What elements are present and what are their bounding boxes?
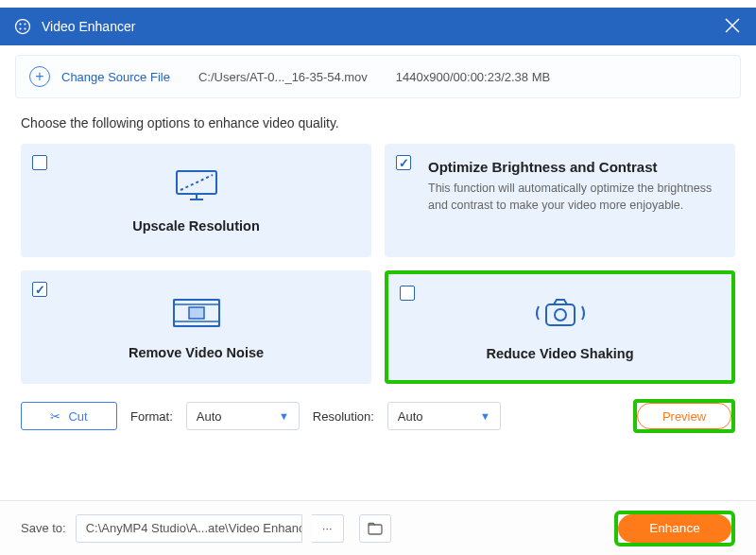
enhance-label: Enhance — [649, 521, 699, 535]
footer: Save to: C:\AnyMP4 Studio\A...ate\Video … — [0, 500, 756, 555]
browse-more-button[interactable]: ··· — [312, 514, 344, 543]
card-shake[interactable]: Reduce Video Shaking — [385, 270, 735, 384]
svg-point-16 — [555, 309, 566, 321]
svg-rect-13 — [174, 321, 219, 326]
options-grid: Upscale Resolution Optimize Brightness a… — [21, 144, 735, 384]
source-meta: 1440x900/00:00:23/2.38 MB — [396, 70, 550, 84]
card-optimize-desc: This function will automatically optimiz… — [428, 181, 718, 214]
card-upscale-title: Upscale Resolution — [132, 218, 260, 234]
checkbox-optimize[interactable] — [396, 155, 411, 170]
plus-icon[interactable]: + — [29, 66, 50, 87]
enhance-button[interactable]: Enhance — [618, 514, 731, 543]
svg-rect-12 — [174, 300, 219, 304]
resolution-select[interactable]: Auto ▼ — [387, 402, 501, 430]
save-path-field[interactable]: C:\AnyMP4 Studio\A...ate\Video Enhancer — [76, 514, 302, 543]
resolution-label: Resolution: — [313, 409, 374, 424]
camera-shake-icon — [527, 293, 593, 337]
svg-line-8 — [180, 175, 213, 190]
format-select[interactable]: Auto ▼ — [186, 402, 300, 430]
scissors-icon: ✂ — [50, 409, 60, 424]
enhance-highlight: Enhance — [614, 511, 735, 546]
svg-point-3 — [19, 27, 21, 29]
svg-point-2 — [24, 23, 26, 25]
preview-button[interactable]: Preview — [637, 403, 731, 429]
card-optimize[interactable]: Optimize Brightness and Contrast This fu… — [385, 144, 735, 257]
source-path: C:/Users/AT-0..._16-35-54.mov — [198, 70, 368, 84]
monitor-icon — [171, 167, 222, 209]
cut-label: Cut — [68, 409, 87, 424]
card-noise[interactable]: Remove Video Noise — [21, 270, 371, 384]
save-path-value: C:\AnyMP4 Studio\A...ate\Video Enhancer — [86, 521, 302, 535]
card-optimize-title: Optimize Brightness and Contrast — [428, 159, 718, 175]
svg-rect-15 — [546, 304, 575, 325]
preview-label: Preview — [662, 409, 706, 424]
film-icon — [168, 294, 225, 336]
checkbox-noise[interactable] — [32, 282, 47, 297]
change-source-link[interactable]: Change Source File — [61, 70, 170, 84]
resolution-value: Auto — [398, 409, 423, 424]
close-button[interactable] — [724, 17, 741, 34]
svg-point-0 — [16, 20, 30, 34]
source-bar: + Change Source File C:/Users/AT-0..._16… — [15, 55, 741, 98]
open-folder-button[interactable] — [359, 514, 391, 543]
checkbox-upscale[interactable] — [32, 155, 47, 170]
svg-rect-14 — [189, 307, 204, 319]
cut-button[interactable]: ✂ Cut — [21, 402, 117, 430]
svg-point-4 — [24, 27, 26, 29]
window-title: Video Enhancer — [42, 19, 135, 34]
chevron-down-icon: ▼ — [480, 410, 490, 422]
save-to-label: Save to: — [21, 521, 66, 535]
format-value: Auto — [197, 409, 222, 424]
card-upscale[interactable]: Upscale Resolution — [21, 144, 371, 257]
card-noise-title: Remove Video Noise — [129, 345, 264, 360]
folder-icon — [368, 522, 383, 535]
palette-icon — [13, 17, 32, 36]
chevron-down-icon: ▼ — [279, 410, 289, 422]
svg-point-1 — [19, 23, 21, 25]
toolbar: ✂ Cut Format: Auto ▼ Resolution: Auto ▼ … — [21, 399, 735, 433]
instruction-text: Choose the following options to enhance … — [21, 115, 735, 130]
titlebar: Video Enhancer — [0, 8, 756, 45]
preview-highlight: Preview — [633, 399, 735, 433]
svg-rect-17 — [369, 525, 382, 534]
card-shake-title: Reduce Video Shaking — [486, 346, 633, 361]
checkbox-shake[interactable] — [400, 286, 415, 301]
format-label: Format: — [130, 409, 173, 424]
